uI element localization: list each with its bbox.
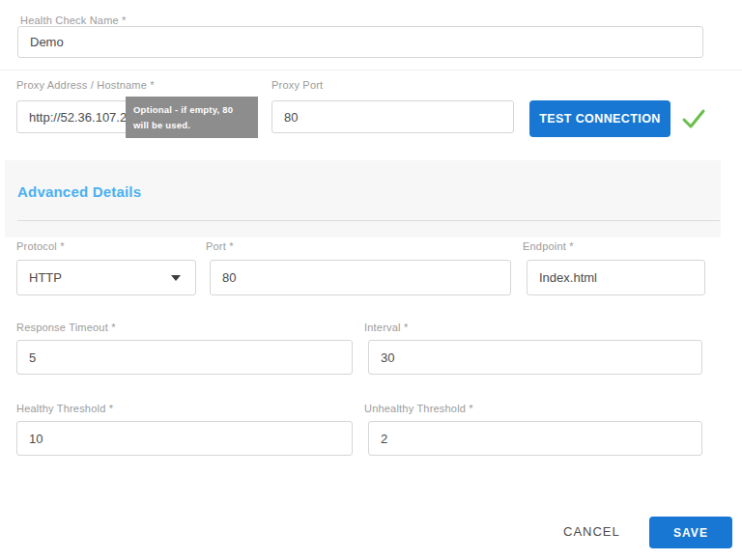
chevron-down-icon — [171, 275, 181, 281]
unhealthy-threshold-label: Unhealthy Threshold * — [364, 403, 473, 414]
proxy-port-input[interactable] — [271, 100, 514, 133]
advanced-details-title: Advanced Details — [17, 183, 141, 200]
response-timeout-label: Response Timeout * — [16, 322, 116, 333]
save-button[interactable]: SAVE — [649, 517, 732, 548]
protocol-selected-value: HTTP — [29, 270, 62, 285]
proxy-port-label: Proxy Port — [271, 79, 323, 91]
port-label: Port * — [206, 240, 234, 252]
endpoint-input[interactable] — [527, 260, 705, 295]
protocol-select[interactable]: HTTP — [16, 260, 196, 295]
response-timeout-input[interactable] — [16, 340, 353, 375]
cancel-button[interactable]: CANCEL — [563, 524, 620, 539]
row-divider — [0, 70, 742, 70]
health-check-form: Health Check Name * Proxy Address / Host… — [0, 0, 742, 560]
proxy-port-tooltip: Optional - if empty, 80 will be used. — [126, 97, 258, 138]
healthy-threshold-label: Healthy Threshold * — [16, 403, 113, 414]
test-connection-button[interactable]: TEST CONNECTION — [529, 100, 671, 137]
proxy-address-label: Proxy Address / Hostname * — [16, 79, 155, 91]
healthy-threshold-input[interactable] — [16, 421, 353, 456]
port-input[interactable] — [210, 260, 511, 295]
interval-input[interactable] — [368, 340, 702, 375]
tooltip-text: Optional - if empty, 80 will be used. — [133, 104, 233, 130]
health-check-name-input[interactable] — [17, 26, 703, 58]
section-divider — [17, 220, 720, 221]
endpoint-label: Endpoint * — [523, 240, 574, 252]
interval-label: Interval * — [364, 322, 408, 333]
protocol-label: Protocol * — [16, 240, 65, 252]
health-check-name-label: Health Check Name * — [20, 14, 127, 26]
check-icon — [681, 107, 706, 130]
unhealthy-threshold-input[interactable] — [368, 421, 702, 456]
